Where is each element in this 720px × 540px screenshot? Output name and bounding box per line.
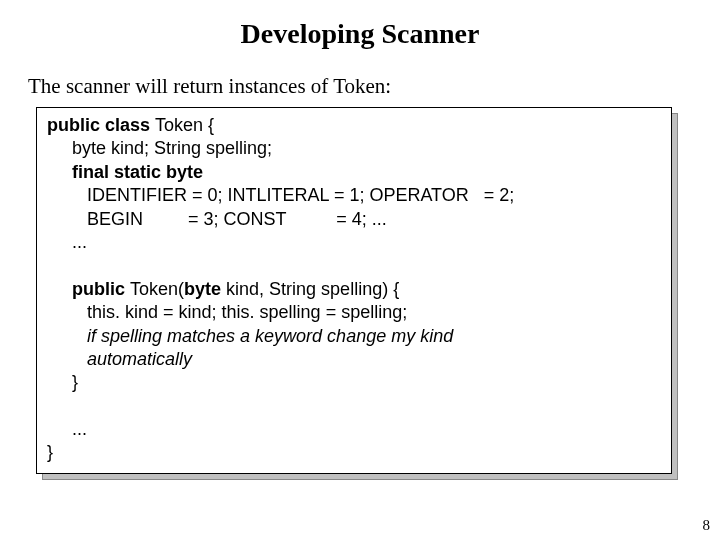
code-line: ... [47, 231, 661, 254]
intro-text: The scanner will return instances of Tok… [24, 74, 696, 99]
kw-byte: byte [184, 279, 226, 299]
code-box-wrapper: public class Token { byte kind; String s… [36, 107, 672, 474]
code-line: BEGIN = 3; CONST = 4; ... [47, 208, 661, 231]
kw-public-class: public class [47, 115, 155, 135]
code-text: Token( [130, 279, 184, 299]
code-line: this. kind = kind; this. spelling = spel… [47, 301, 661, 324]
code-text: Token { [155, 115, 219, 135]
code-line: if spelling matches a keyword change my … [47, 325, 661, 348]
code-box: public class Token { byte kind; String s… [36, 107, 672, 474]
code-text: kind, String spelling) { [226, 279, 404, 299]
code-line: ... [47, 418, 661, 441]
slide-title: Developing Scanner [24, 18, 696, 50]
code-line: public Token(byte kind, String spelling)… [47, 278, 661, 301]
code-line: final static byte [47, 161, 661, 184]
code-line: IDENTIFIER = 0; INTLITERAL = 1; OPERATOR… [47, 184, 661, 207]
kw-public: public [47, 279, 130, 299]
code-line: automatically [47, 348, 661, 371]
code-line: } [47, 441, 661, 464]
code-line: byte kind; String spelling; [47, 137, 661, 160]
code-blank [47, 254, 661, 277]
code-blank [47, 395, 661, 418]
code-line: public class Token { [47, 114, 661, 137]
code-line: } [47, 371, 661, 394]
page-number: 8 [703, 517, 711, 534]
